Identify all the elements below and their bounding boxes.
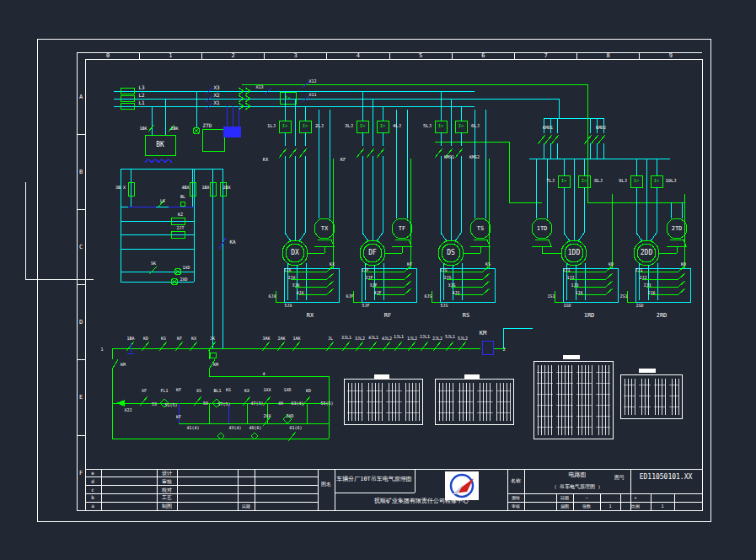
terminal-table-4-tab [639, 369, 656, 373]
terminal-table-3 [533, 361, 614, 439]
motor-branches [276, 91, 690, 302]
terminal-table-3-tab [563, 355, 580, 359]
drawing-frame [25, 39, 710, 521]
cad-drawing-canvas: 图名 车辆分厂10T吊车电气原理图 抚顺矿业集团有限责任公司检修中心 名称 电路… [0, 0, 756, 560]
terminal-table-1-tab [374, 374, 389, 379]
company-logo [445, 471, 479, 500]
schematic-linework [0, 0, 756, 560]
terminal-table-2-tab [464, 374, 480, 379]
terminal-table-2 [435, 379, 514, 425]
terminal-table-4 [620, 374, 683, 419]
terminal-table-1 [344, 379, 423, 425]
